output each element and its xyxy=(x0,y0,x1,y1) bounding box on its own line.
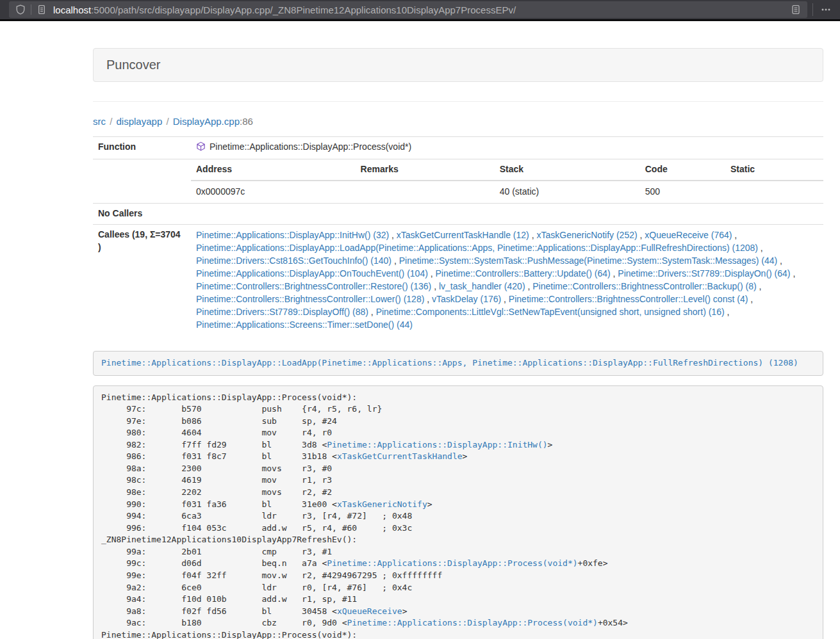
callee-separator: , xyxy=(368,307,376,317)
stats-value-row: 0x0000097c 40 (static) 500 xyxy=(191,181,823,203)
app-title: Puncover xyxy=(106,58,161,72)
breadcrumb: src / displayapp / DisplayApp.cpp:86 xyxy=(93,116,823,127)
breadcrumb-link-file[interactable]: DisplayApp.cpp xyxy=(173,116,240,127)
callee-link[interactable]: Pinetime::Applications::DisplayApp::OnTo… xyxy=(196,268,428,279)
value-code: 500 xyxy=(640,181,725,203)
function-row-label: Function xyxy=(93,137,191,159)
callee-link[interactable]: xTaskGenericNotify (252) xyxy=(536,230,637,240)
callee-separator: , xyxy=(777,255,782,266)
app-header-panel: Puncover xyxy=(93,48,823,82)
identity-separator xyxy=(31,4,31,15)
callees-list: Pinetime::Applications::DisplayApp::Init… xyxy=(196,229,818,331)
callee-separator: , xyxy=(389,230,397,240)
table-row-callees: Callees (19, Σ=3704 ) Pinetime::Applicat… xyxy=(93,224,823,335)
breadcrumb-separator: / xyxy=(108,116,113,127)
value-remarks xyxy=(356,181,495,203)
callee-separator: , xyxy=(791,268,796,279)
callee-link[interactable]: Pinetime::Applications::DisplayApp::Init… xyxy=(196,230,389,240)
assembly-listing: Pinetime::Applications::DisplayApp::Proc… xyxy=(93,385,823,639)
snippet-link[interactable]: Pinetime::Applications::DisplayApp::Load… xyxy=(101,358,798,368)
function-detail-table: Function Pinetime::Applications::Display… xyxy=(93,136,823,335)
breadcrumb-link-src[interactable]: src xyxy=(93,116,106,127)
breadcrumb-separator: / xyxy=(165,116,170,127)
callee-link[interactable]: lv_task_handler (420) xyxy=(439,281,525,291)
breadcrumb-link-displayapp[interactable]: displayapp xyxy=(117,116,163,127)
callee-separator: , xyxy=(757,281,762,291)
asm-symbol-link[interactable]: Pinetime::Applications::DisplayApp::Init… xyxy=(327,440,547,449)
toolbar-separator xyxy=(812,3,813,16)
callee-link[interactable]: Pinetime::Controllers::BrightnessControl… xyxy=(196,294,424,304)
url-path: :5000/path/src/displayapp/DisplayApp.cpp… xyxy=(91,4,516,15)
value-static xyxy=(725,181,823,203)
value-stack: 40 (static) xyxy=(495,181,640,203)
meatball-menu-icon[interactable] xyxy=(818,2,834,17)
col-static: Static xyxy=(725,159,823,181)
shield-icon[interactable] xyxy=(13,2,28,17)
callee-link[interactable]: Pinetime::System::SystemTask::PushMessag… xyxy=(399,255,778,266)
asm-symbol-link[interactable]: Pinetime::Applications::DisplayApp::Proc… xyxy=(327,558,577,568)
callee-separator: , xyxy=(424,294,432,304)
callee-link[interactable]: Pinetime::Components::LittleVgl::SetNewT… xyxy=(376,307,725,317)
callees-label: Callees (19, Σ=3704 ) xyxy=(93,224,191,335)
browser-toolbar: localhost:5000/path/src/displayapp/Displ… xyxy=(0,0,840,21)
callee-separator: , xyxy=(391,255,399,266)
callee-link[interactable]: Pinetime::Drivers::St7789::DisplayOn() (… xyxy=(618,268,790,279)
callee-link[interactable]: xTaskGetCurrentTaskHandle (12) xyxy=(397,230,529,240)
callee-link[interactable]: Pinetime::Drivers::St7789::DisplayOff() … xyxy=(196,307,368,317)
callee-separator: , xyxy=(732,230,737,240)
reader-view-icon[interactable] xyxy=(788,2,803,17)
callee-link[interactable]: Pinetime::Controllers::Battery::Update()… xyxy=(436,268,611,279)
asm-symbol-link[interactable]: xQueueReceive xyxy=(337,606,402,616)
callee-link[interactable]: xQueueReceive (764) xyxy=(645,230,732,240)
callee-separator: , xyxy=(748,294,753,304)
callee-link[interactable]: Pinetime::Controllers::BrightnessControl… xyxy=(196,281,431,291)
col-address: Address xyxy=(191,159,356,181)
divider xyxy=(93,101,823,102)
page-container: Puncover src / displayapp / DisplayApp.c… xyxy=(93,21,823,639)
callee-separator: , xyxy=(525,281,533,291)
callee-separator: , xyxy=(428,268,436,279)
table-row-function: Function Pinetime::Applications::Display… xyxy=(93,137,823,159)
asm-symbol-link[interactable]: xTaskGenericNotify xyxy=(337,499,427,509)
highlighted-callee-box: Pinetime::Applications::DisplayApp::Load… xyxy=(93,351,823,376)
callee-separator: , xyxy=(638,230,645,240)
stats-header-row: Address Remarks Stack Code Static xyxy=(191,159,823,181)
url-text[interactable]: localhost:5000/path/src/displayapp/Displ… xyxy=(53,4,788,15)
value-address: 0x0000097c xyxy=(191,181,356,203)
callee-link[interactable]: Pinetime::Controllers::BrightnessControl… xyxy=(532,281,756,291)
no-callers-label: No Callers xyxy=(93,203,191,224)
callee-separator: , xyxy=(431,281,439,291)
callee-link[interactable]: Pinetime::Drivers::Cst816S::GetTouchInfo… xyxy=(196,255,391,266)
package-cube-icon xyxy=(196,142,206,155)
table-row-stats: Address Remarks Stack Code Static 0x0000… xyxy=(93,159,823,203)
function-name: Pinetime::Applications::DisplayApp::Proc… xyxy=(210,142,411,152)
table-row-no-callers: No Callers xyxy=(93,203,823,224)
col-code: Code xyxy=(640,159,725,181)
callee-link[interactable]: Pinetime::Controllers::BrightnessControl… xyxy=(509,294,748,304)
callee-link[interactable]: vTaskDelay (176) xyxy=(432,294,501,304)
url-bar[interactable]: localhost:5000/path/src/displayapp/Displ… xyxy=(9,1,807,18)
callee-link[interactable]: Pinetime::Applications::DisplayApp::Load… xyxy=(196,243,758,253)
breadcrumb-line-number: :86 xyxy=(240,116,253,127)
col-stack: Stack xyxy=(495,159,640,181)
col-remarks: Remarks xyxy=(356,159,495,181)
callee-separator: , xyxy=(529,230,537,240)
url-host: localhost xyxy=(53,4,91,15)
function-stats-table: Address Remarks Stack Code Static 0x0000… xyxy=(191,159,823,203)
callee-separator: , xyxy=(725,307,730,317)
page-info-icon[interactable] xyxy=(34,2,49,17)
callee-separator: , xyxy=(501,294,509,304)
callee-separator: , xyxy=(758,243,763,253)
callee-separator: , xyxy=(611,268,618,279)
asm-symbol-link[interactable]: xTaskGetCurrentTaskHandle xyxy=(337,451,463,461)
asm-symbol-link[interactable]: Pinetime::Applications::DisplayApp::Proc… xyxy=(347,618,598,627)
callee-link[interactable]: Pinetime::Applications::Screens::Timer::… xyxy=(196,320,413,330)
